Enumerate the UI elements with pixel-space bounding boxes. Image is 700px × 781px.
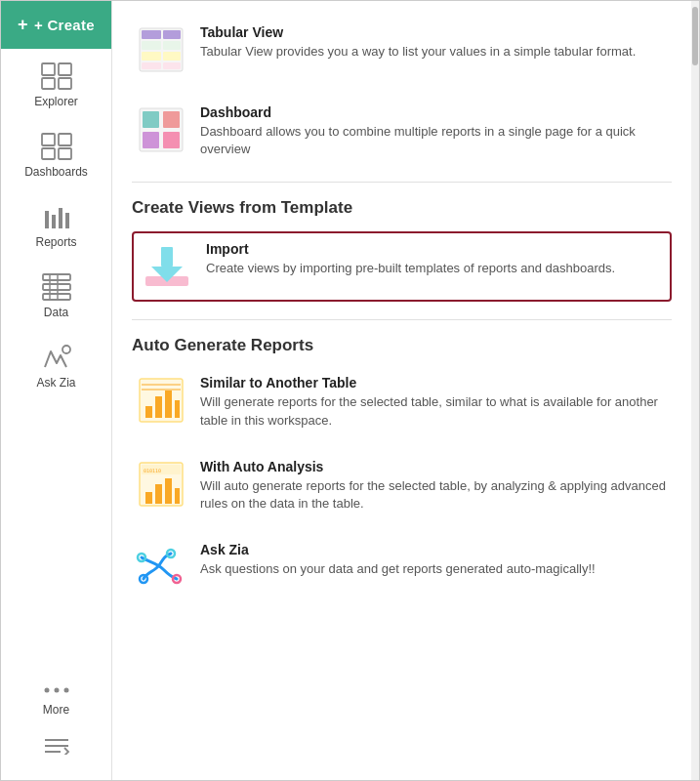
svg-rect-5	[59, 134, 71, 145]
ask-zia-desc: Ask questions on your data and get repor…	[200, 560, 596, 578]
auto-generate-header: Auto Generate Reports	[132, 336, 672, 355]
import-icon	[142, 241, 192, 292]
sidebar-item-reports[interactable]: Reports	[1, 189, 111, 260]
svg-rect-7	[59, 148, 71, 159]
ask-zia-label: Ask Zia	[36, 376, 75, 390]
dashboard-text: Dashboard Dashboard allows you to combin…	[200, 104, 668, 158]
svg-rect-12	[43, 274, 70, 280]
tabular-view-text: Tabular View Tabular View provides you a…	[200, 24, 636, 61]
similar-table-text: Similar to Another Table Will generate r…	[200, 375, 668, 429]
ask-zia-main-icon	[136, 542, 186, 593]
svg-rect-39	[161, 247, 173, 267]
svg-rect-35	[163, 111, 180, 128]
tabular-view-desc: Tabular View provides you a way to list …	[200, 43, 636, 61]
dashboard-desc: Dashboard allows you to combine multiple…	[200, 123, 668, 158]
svg-rect-28	[163, 41, 181, 50]
divider-2	[132, 319, 672, 320]
tabular-view-title: Tabular View	[200, 24, 636, 40]
svg-rect-27	[142, 41, 161, 50]
auto-analysis-title: With Auto Analysis	[200, 459, 668, 474]
similar-table-title: Similar to Another Table	[200, 375, 668, 390]
create-from-template-header: Create Views from Template	[132, 198, 672, 218]
more-label: More	[43, 703, 69, 717]
divider-1	[132, 182, 672, 183]
sidebar: + + Create Explorer Dashboards	[1, 1, 112, 780]
similar-table-desc: Will generate reports for the selected t…	[200, 393, 668, 429]
ask-zia-item[interactable]: Ask Zia Ask questions on your data and g…	[132, 536, 672, 598]
explorer-icon	[41, 62, 72, 90]
dashboard-icon	[136, 104, 186, 155]
svg-rect-2	[42, 78, 55, 89]
svg-point-17	[62, 346, 70, 353]
dashboards-label: Dashboards	[24, 165, 88, 179]
data-label: Data	[44, 306, 68, 319]
import-item[interactable]: Import Create views by importing pre-bui…	[132, 231, 672, 302]
svg-text:010110: 010110	[144, 468, 161, 473]
svg-rect-0	[42, 63, 55, 75]
tabular-view-item[interactable]: Tabular View Tabular View provides you a…	[132, 19, 672, 81]
main-content: Tabular View Tabular View provides you a…	[112, 1, 691, 780]
auto-analysis-icon: 010110	[136, 459, 186, 510]
svg-rect-26	[163, 30, 181, 39]
import-title: Import	[206, 241, 615, 257]
svg-rect-9	[52, 215, 56, 228]
svg-rect-1	[59, 63, 71, 75]
svg-rect-3	[59, 78, 71, 89]
svg-rect-10	[59, 208, 62, 228]
svg-rect-34	[143, 111, 159, 128]
svg-rect-45	[175, 400, 180, 418]
sidebar-item-dashboards[interactable]: Dashboards	[1, 119, 111, 189]
ask-zia-icon	[41, 344, 72, 371]
sidebar-item-data[interactable]: Data	[1, 260, 111, 330]
dashboard-title: Dashboard	[200, 104, 668, 120]
svg-rect-51	[145, 492, 152, 504]
reports-label: Reports	[35, 235, 76, 249]
dashboards-icon	[41, 133, 72, 160]
svg-rect-4	[42, 134, 55, 145]
auto-analysis-text: With Auto Analysis Will auto generate re…	[200, 459, 668, 513]
svg-rect-44	[165, 390, 172, 418]
auto-analysis-item[interactable]: 010110 With Auto Analysis Will auto gene…	[132, 453, 672, 518]
import-text: Import Create views by importing pre-bui…	[206, 241, 615, 277]
data-icon	[42, 273, 71, 301]
svg-rect-30	[163, 52, 181, 61]
scrollbar-track[interactable]	[691, 1, 699, 780]
svg-rect-54	[175, 488, 180, 504]
svg-rect-29	[142, 52, 161, 61]
svg-rect-32	[163, 62, 181, 69]
more-icon	[43, 682, 70, 698]
svg-rect-13	[43, 284, 70, 290]
explorer-label: Explorer	[34, 95, 78, 108]
svg-rect-14	[43, 294, 70, 300]
svg-rect-36	[143, 132, 159, 148]
svg-point-19	[54, 688, 59, 693]
svg-rect-25	[142, 30, 161, 39]
scrollbar-thumb[interactable]	[692, 7, 698, 65]
sidebar-item-ask-zia[interactable]: Ask Zia	[1, 330, 111, 400]
svg-rect-53	[165, 478, 172, 504]
reports-icon	[43, 203, 70, 230]
svg-rect-37	[163, 132, 180, 148]
similar-table-item[interactable]: Similar to Another Table Will generate r…	[132, 369, 672, 434]
svg-rect-8	[45, 211, 49, 228]
tabular-view-icon	[136, 24, 186, 75]
dashboard-item[interactable]: Dashboard Dashboard allows you to combin…	[132, 99, 672, 164]
svg-rect-52	[155, 484, 162, 504]
svg-point-20	[63, 688, 68, 693]
svg-rect-31	[142, 62, 161, 69]
create-button[interactable]: + + Create	[1, 1, 111, 49]
import-desc: Create views by importing pre-built temp…	[206, 260, 615, 277]
sidebar-item-more[interactable]: More	[1, 669, 111, 727]
svg-rect-42	[145, 406, 152, 418]
sidebar-item-explorer[interactable]: Explorer	[1, 49, 111, 119]
ask-zia-text: Ask Zia Ask questions on your data and g…	[200, 542, 596, 578]
sidebar-bottom: More	[1, 669, 111, 780]
create-label: + Create	[34, 17, 95, 33]
ask-zia-title: Ask Zia	[200, 542, 596, 557]
auto-analysis-desc: Will auto generate reports for the selec…	[200, 477, 668, 513]
svg-rect-6	[42, 148, 55, 159]
sidebar-item-collapse[interactable]	[1, 727, 111, 770]
svg-rect-43	[155, 396, 162, 418]
collapse-icon	[43, 737, 70, 755]
similar-table-icon	[136, 375, 186, 426]
